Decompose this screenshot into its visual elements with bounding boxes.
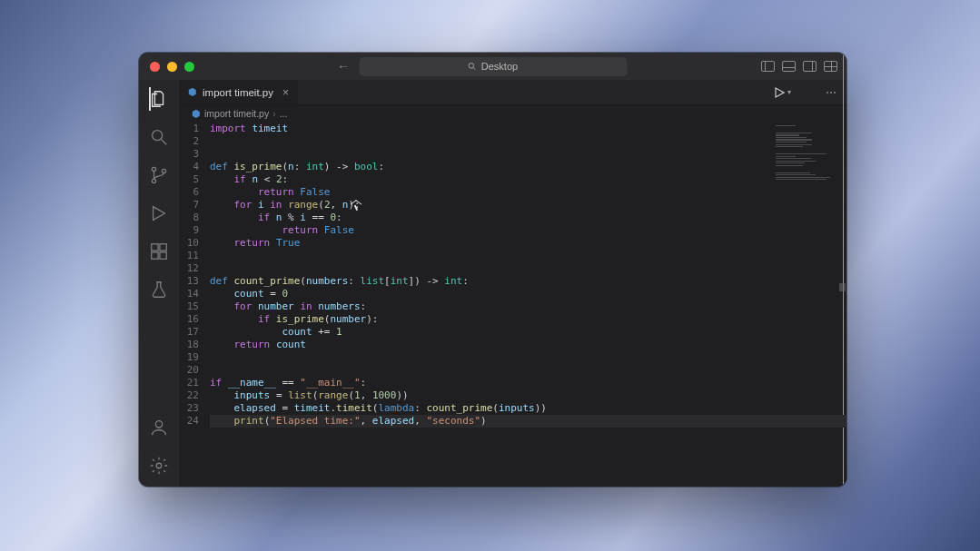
activity-bar bbox=[139, 80, 179, 487]
line-number: 11 bbox=[179, 250, 199, 262]
vscode-window: ← → Desktop bbox=[139, 53, 846, 487]
files-icon bbox=[149, 89, 169, 109]
toggle-panel-button[interactable] bbox=[782, 61, 796, 72]
line-number: 21 bbox=[179, 377, 199, 389]
activity-source-control[interactable] bbox=[149, 165, 169, 185]
code-line[interactable]: if is_prime(number): bbox=[210, 313, 846, 326]
code-line[interactable]: elapsed = timeit.timeit(lambda: count_pr… bbox=[210, 402, 846, 415]
svg-point-12 bbox=[156, 463, 162, 468]
svg-rect-8 bbox=[160, 244, 166, 251]
code-line[interactable] bbox=[210, 364, 846, 377]
breadcrumb-file: import timeit.py bbox=[204, 108, 269, 119]
tab-file-name: import timeit.py bbox=[203, 87, 273, 98]
run-file-button[interactable]: ▾ bbox=[774, 87, 791, 98]
code-line[interactable]: return count bbox=[210, 339, 846, 351]
code-line[interactable]: if n % i == 0: bbox=[210, 212, 846, 224]
search-label: Desktop bbox=[481, 61, 518, 72]
branch-icon bbox=[149, 165, 169, 185]
line-number-gutter: 123456789101112131415161718192021222324 bbox=[179, 122, 210, 487]
line-number: 9 bbox=[179, 224, 199, 237]
line-number: 4 bbox=[179, 161, 199, 173]
command-center-search[interactable]: Desktop bbox=[359, 57, 627, 76]
python-file-icon: ⬢ bbox=[188, 86, 197, 98]
code-line[interactable]: def is_prime(n: int) -> bool: bbox=[210, 161, 846, 173]
svg-line-1 bbox=[473, 68, 475, 70]
svg-point-4 bbox=[152, 167, 155, 171]
code-line[interactable]: for i in range(2, n): bbox=[210, 199, 846, 212]
chevron-right-icon: › bbox=[272, 108, 276, 119]
play-icon bbox=[774, 87, 785, 98]
account-icon bbox=[149, 418, 169, 438]
beaker-icon bbox=[149, 280, 169, 300]
line-number: 14 bbox=[179, 288, 199, 300]
svg-point-0 bbox=[469, 64, 474, 69]
window-controls bbox=[150, 62, 194, 72]
activity-testing[interactable] bbox=[149, 280, 169, 300]
svg-rect-9 bbox=[152, 252, 158, 259]
line-number: 19 bbox=[179, 351, 199, 364]
customize-layout-button[interactable] bbox=[824, 61, 837, 72]
line-number: 8 bbox=[179, 212, 199, 224]
line-number: 16 bbox=[179, 313, 199, 326]
chevron-down-icon: ▾ bbox=[787, 88, 791, 96]
title-bar: ← → Desktop bbox=[139, 53, 846, 80]
split-editor-button[interactable] bbox=[802, 87, 815, 97]
code-line[interactable]: if __name__ == "__main__": bbox=[210, 377, 846, 389]
editor-group: ⬢ import timeit.py × ▾ ⋯ ⬢ bbox=[179, 80, 846, 487]
overview-ruler bbox=[838, 122, 846, 487]
more-actions-button[interactable]: ⋯ bbox=[826, 86, 837, 99]
activity-explorer[interactable] bbox=[149, 89, 169, 109]
code-line[interactable] bbox=[210, 148, 846, 161]
code-line[interactable] bbox=[210, 135, 846, 148]
code-line[interactable] bbox=[210, 351, 846, 364]
code-content[interactable]: import timeit def is_prime(n: int) -> bo… bbox=[210, 122, 846, 487]
close-window-button[interactable] bbox=[150, 62, 160, 72]
activity-run-debug[interactable] bbox=[149, 203, 169, 223]
line-number: 7 bbox=[179, 199, 199, 212]
gear-icon bbox=[149, 456, 169, 476]
code-line[interactable]: return False bbox=[210, 224, 846, 237]
line-number: 22 bbox=[179, 389, 199, 402]
code-line[interactable]: count += 1 bbox=[210, 326, 846, 339]
svg-rect-7 bbox=[152, 244, 158, 251]
editor-area[interactable]: 123456789101112131415161718192021222324 … bbox=[179, 122, 846, 487]
desktop-wallpaper: ← → Desktop bbox=[0, 0, 980, 551]
code-line[interactable] bbox=[210, 250, 846, 262]
line-number: 18 bbox=[179, 339, 199, 351]
line-number: 17 bbox=[179, 326, 199, 339]
activity-settings[interactable] bbox=[149, 456, 169, 476]
line-number: 5 bbox=[179, 173, 199, 186]
code-line[interactable]: inputs = list(range(1, 1000)) bbox=[210, 389, 846, 402]
breadcrumb[interactable]: ⬢ import timeit.py › ... bbox=[179, 105, 846, 122]
editor-tab-active[interactable]: ⬢ import timeit.py × bbox=[179, 80, 298, 104]
code-line[interactable] bbox=[210, 262, 846, 275]
svg-line-3 bbox=[162, 140, 167, 145]
code-line[interactable]: def count_prime(numbers: list[int]) -> i… bbox=[210, 275, 846, 288]
editor-tabs: ⬢ import timeit.py × ▾ ⋯ bbox=[179, 80, 846, 105]
svg-point-2 bbox=[153, 131, 163, 141]
search-icon bbox=[149, 127, 169, 147]
editor-actions: ▾ ⋯ bbox=[774, 80, 846, 104]
play-bug-icon bbox=[149, 203, 169, 223]
activity-search[interactable] bbox=[149, 127, 169, 147]
minimize-window-button[interactable] bbox=[167, 62, 177, 72]
line-number: 20 bbox=[179, 364, 199, 377]
nav-back-button[interactable]: ← bbox=[337, 59, 350, 74]
code-line[interactable]: if n < 2: bbox=[210, 173, 846, 186]
code-line[interactable]: print("Elapsed time:", elapsed, "seconds… bbox=[210, 415, 846, 428]
code-line[interactable]: return False bbox=[210, 186, 846, 199]
line-number: 13 bbox=[179, 275, 199, 288]
breadcrumb-rest: ... bbox=[280, 108, 288, 119]
maximize-window-button[interactable] bbox=[184, 62, 194, 72]
line-number: 24 bbox=[179, 415, 199, 428]
code-line[interactable]: for number in numbers: bbox=[210, 300, 846, 313]
activity-accounts[interactable] bbox=[149, 418, 169, 438]
toggle-primary-sidebar-button[interactable] bbox=[761, 61, 775, 72]
toggle-secondary-sidebar-button[interactable] bbox=[803, 61, 817, 72]
activity-extensions[interactable] bbox=[149, 241, 169, 261]
layout-controls bbox=[761, 61, 837, 72]
code-line[interactable]: import timeit bbox=[210, 123, 846, 135]
code-line[interactable]: count = 0 bbox=[210, 288, 846, 300]
code-line[interactable]: return True bbox=[210, 237, 846, 250]
close-tab-button[interactable]: × bbox=[282, 86, 289, 99]
